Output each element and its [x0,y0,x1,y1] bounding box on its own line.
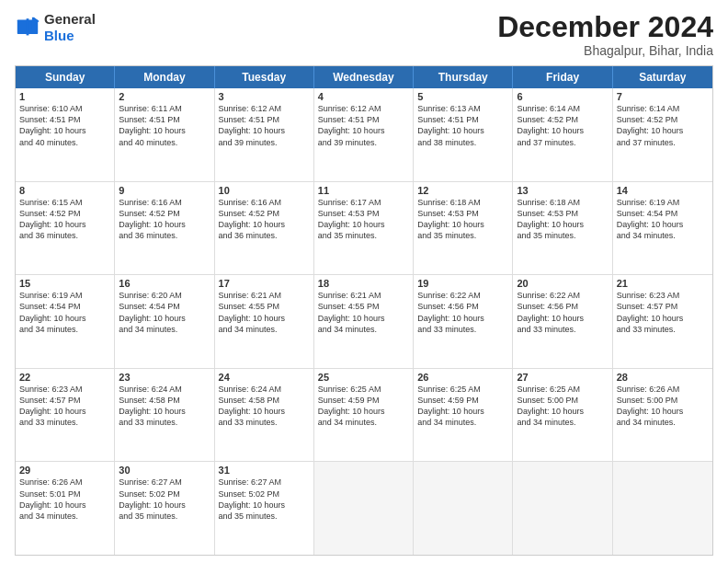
month-title: December 2024 [497,11,713,43]
day-number: 19 [417,278,508,289]
day-number: 5 [417,91,508,102]
day-number: 10 [219,185,310,196]
cal-cell-3-5: 27Sunrise: 6:25 AM Sunset: 5:00 PM Dayli… [513,369,612,462]
day-info: Sunrise: 6:18 AM Sunset: 4:53 PM Dayligh… [517,197,608,242]
day-number: 11 [318,185,409,196]
day-number: 12 [417,185,508,196]
day-info: Sunrise: 6:14 AM Sunset: 4:52 PM Dayligh… [617,103,709,148]
day-info: Sunrise: 6:26 AM Sunset: 5:01 PM Dayligh… [19,477,110,522]
day-number: 27 [517,372,608,383]
day-number: 1 [19,91,110,102]
header-monday: Monday [115,66,214,88]
day-info: Sunrise: 6:26 AM Sunset: 5:00 PM Dayligh… [617,384,709,429]
day-info: Sunrise: 6:13 AM Sunset: 4:51 PM Dayligh… [417,103,508,148]
day-info: Sunrise: 6:27 AM Sunset: 5:02 PM Dayligh… [119,477,210,522]
cal-cell-2-0: 15Sunrise: 6:19 AM Sunset: 4:54 PM Dayli… [16,275,115,368]
header-friday: Friday [513,66,612,88]
day-info: Sunrise: 6:20 AM Sunset: 4:54 PM Dayligh… [119,290,210,335]
day-number: 14 [617,185,709,196]
cal-cell-4-6 [613,462,712,555]
day-number: 21 [617,278,709,289]
cal-cell-0-4: 5Sunrise: 6:13 AM Sunset: 4:51 PM Daylig… [414,88,513,181]
day-info: Sunrise: 6:18 AM Sunset: 4:53 PM Dayligh… [417,197,508,242]
day-number: 28 [617,372,709,383]
cal-cell-3-3: 25Sunrise: 6:25 AM Sunset: 4:59 PM Dayli… [314,369,414,462]
cal-cell-4-4 [414,462,513,555]
cal-row-0: 1Sunrise: 6:10 AM Sunset: 4:51 PM Daylig… [16,88,712,181]
day-info: Sunrise: 6:22 AM Sunset: 4:56 PM Dayligh… [517,290,608,335]
day-number: 9 [119,185,210,196]
day-info: Sunrise: 6:24 AM Sunset: 4:58 PM Dayligh… [219,384,310,429]
header-sunday: Sunday [16,66,115,88]
day-info: Sunrise: 6:21 AM Sunset: 4:55 PM Dayligh… [318,290,409,335]
cal-cell-1-6: 14Sunrise: 6:19 AM Sunset: 4:54 PM Dayli… [613,182,712,275]
cal-cell-0-6: 7Sunrise: 6:14 AM Sunset: 4:52 PM Daylig… [613,88,712,181]
cal-cell-1-1: 9Sunrise: 6:16 AM Sunset: 4:52 PM Daylig… [115,182,214,275]
day-number: 13 [517,185,608,196]
day-info: Sunrise: 6:25 AM Sunset: 5:00 PM Dayligh… [517,384,608,429]
day-number: 23 [119,372,210,383]
day-info: Sunrise: 6:12 AM Sunset: 4:51 PM Dayligh… [219,103,310,148]
day-number: 7 [617,91,709,102]
cal-cell-3-4: 26Sunrise: 6:25 AM Sunset: 4:59 PM Dayli… [414,369,513,462]
day-info: Sunrise: 6:21 AM Sunset: 4:55 PM Dayligh… [219,290,310,335]
cal-cell-1-4: 12Sunrise: 6:18 AM Sunset: 4:53 PM Dayli… [414,182,513,275]
header: General Blue December 2024 Bhagalpur, Bi… [15,11,713,58]
day-number: 4 [318,91,409,102]
day-info: Sunrise: 6:25 AM Sunset: 4:59 PM Dayligh… [318,384,409,429]
cal-cell-0-3: 4Sunrise: 6:12 AM Sunset: 4:51 PM Daylig… [314,88,414,181]
cal-cell-3-1: 23Sunrise: 6:24 AM Sunset: 4:58 PM Dayli… [115,369,214,462]
day-info: Sunrise: 6:16 AM Sunset: 4:52 PM Dayligh… [119,197,210,242]
logo-blue: Blue [44,28,74,43]
day-number: 16 [119,278,210,289]
day-number: 15 [19,278,110,289]
day-info: Sunrise: 6:24 AM Sunset: 4:58 PM Dayligh… [119,384,210,429]
cal-cell-2-6: 21Sunrise: 6:23 AM Sunset: 4:57 PM Dayli… [613,275,712,368]
cal-cell-2-3: 18Sunrise: 6:21 AM Sunset: 4:55 PM Dayli… [314,275,414,368]
day-info: Sunrise: 6:27 AM Sunset: 5:02 PM Dayligh… [219,477,310,522]
day-info: Sunrise: 6:16 AM Sunset: 4:52 PM Dayligh… [219,197,310,242]
title-block: December 2024 Bhagalpur, Bihar, India [497,11,713,58]
cal-cell-3-2: 24Sunrise: 6:24 AM Sunset: 4:58 PM Dayli… [215,369,314,462]
day-number: 17 [219,278,310,289]
cal-cell-1-0: 8Sunrise: 6:15 AM Sunset: 4:52 PM Daylig… [16,182,115,275]
calendar-header: Sunday Monday Tuesday Wednesday Thursday… [16,66,712,88]
day-info: Sunrise: 6:22 AM Sunset: 4:56 PM Dayligh… [417,290,508,335]
day-info: Sunrise: 6:17 AM Sunset: 4:53 PM Dayligh… [318,197,409,242]
day-info: Sunrise: 6:15 AM Sunset: 4:52 PM Dayligh… [19,197,110,242]
cal-cell-3-0: 22Sunrise: 6:23 AM Sunset: 4:57 PM Dayli… [16,369,115,462]
day-info: Sunrise: 6:23 AM Sunset: 4:57 PM Dayligh… [617,290,709,335]
svg-rect-1 [17,20,28,34]
logo-text: General Blue [44,11,96,44]
cal-cell-0-0: 1Sunrise: 6:10 AM Sunset: 4:51 PM Daylig… [16,88,115,181]
cal-cell-2-2: 17Sunrise: 6:21 AM Sunset: 4:55 PM Dayli… [215,275,314,368]
day-number: 6 [517,91,608,102]
day-info: Sunrise: 6:12 AM Sunset: 4:51 PM Dayligh… [318,103,409,148]
logo-general: General [44,11,96,27]
svg-rect-5 [32,17,34,29]
day-number: 25 [318,372,409,383]
page: General Blue December 2024 Bhagalpur, Bi… [0,0,728,563]
day-number: 30 [119,465,210,476]
cal-row-2: 15Sunrise: 6:19 AM Sunset: 4:54 PM Dayli… [16,274,712,368]
day-number: 18 [318,278,409,289]
cal-cell-0-2: 3Sunrise: 6:12 AM Sunset: 4:51 PM Daylig… [215,88,314,181]
cal-cell-2-5: 20Sunrise: 6:22 AM Sunset: 4:56 PM Dayli… [513,275,612,368]
day-number: 29 [19,465,110,476]
cal-cell-4-5 [513,462,612,555]
cal-cell-3-6: 28Sunrise: 6:26 AM Sunset: 5:00 PM Dayli… [613,369,712,462]
cal-cell-4-0: 29Sunrise: 6:26 AM Sunset: 5:01 PM Dayli… [16,462,115,555]
header-wednesday: Wednesday [314,66,414,88]
logo: General Blue [15,11,96,44]
cal-row-1: 8Sunrise: 6:15 AM Sunset: 4:52 PM Daylig… [16,181,712,275]
day-number: 3 [219,91,310,102]
calendar: Sunday Monday Tuesday Wednesday Thursday… [15,65,713,556]
cal-cell-1-5: 13Sunrise: 6:18 AM Sunset: 4:53 PM Dayli… [513,182,612,275]
day-number: 24 [219,372,310,383]
day-number: 22 [19,372,110,383]
cal-cell-2-4: 19Sunrise: 6:22 AM Sunset: 4:56 PM Dayli… [414,275,513,368]
cal-cell-0-1: 2Sunrise: 6:11 AM Sunset: 4:51 PM Daylig… [115,88,214,181]
header-tuesday: Tuesday [215,66,314,88]
calendar-body: 1Sunrise: 6:10 AM Sunset: 4:51 PM Daylig… [16,88,712,555]
day-info: Sunrise: 6:25 AM Sunset: 4:59 PM Dayligh… [417,384,508,429]
